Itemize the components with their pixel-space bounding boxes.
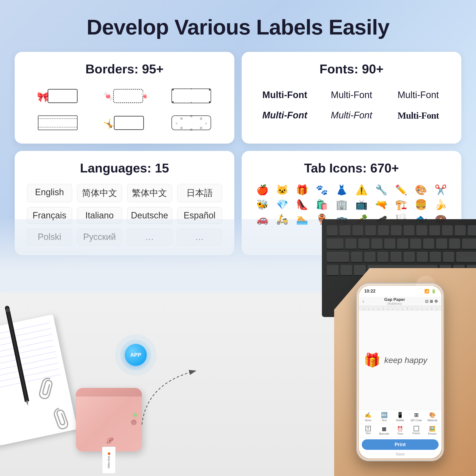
- svg-rect-16: [114, 116, 144, 130]
- svg-point-23: [180, 127, 183, 129]
- svg-rect-12: [38, 116, 77, 130]
- main-title: Develop Various Labels Easily: [0, 0, 476, 52]
- icons-grid: 🍎 🐱 🎁 🐾 👗 ⚠️ 🔧 ✏️ 🎨 ✂️ 🐝 💎 👠 🛍️ 🏢 📺 🔫 🏗️…: [254, 184, 449, 225]
- svg-rect-5: [172, 89, 211, 103]
- font-item-4: Multi-Font: [254, 108, 316, 123]
- bottom-section: 𝒫 🎁 keep happy APP: [0, 219, 476, 476]
- tab-icon-5: 👗: [333, 184, 350, 196]
- svg-rect-17: [172, 116, 211, 130]
- borders-title: Borders: 95+: [27, 62, 222, 76]
- tab-icon-4: 🐾: [313, 184, 330, 196]
- svg-rect-1: [48, 89, 77, 103]
- languages-title: Languages: 15: [27, 161, 222, 175]
- border-item-2: 🍬 🍬: [94, 85, 155, 107]
- borders-card: Borders: 95+ 🎀 🍬 🍬: [15, 52, 234, 144]
- tab-icon-12: 💎: [274, 199, 290, 210]
- svg-text:🍬: 🍬: [140, 91, 147, 101]
- svg-point-22: [205, 122, 207, 124]
- svg-point-6: [172, 89, 174, 90]
- svg-text:🎀: 🎀: [37, 91, 49, 103]
- save-label[interactable]: Save: [359, 451, 442, 459]
- svg-point-18: [180, 118, 183, 120]
- svg-point-19: [190, 115, 192, 118]
- border-item-4: [27, 112, 89, 134]
- lang-japanese: 日本語: [177, 184, 222, 202]
- border-item-1: 🎀: [27, 85, 89, 107]
- photo-background: 𝒫 🎁 keep happy APP: [0, 219, 476, 476]
- tab-icon-3: 🎁: [293, 184, 310, 196]
- tab-icon-19: 🍔: [412, 199, 429, 210]
- svg-point-24: [190, 128, 192, 131]
- fonts-card: Fonts: 90+ Multi-Font Multi-Font Multi-F…: [242, 52, 461, 144]
- svg-point-9: [209, 101, 210, 103]
- print-button[interactable]: Print: [362, 439, 439, 450]
- tab-icon-15: 🏢: [333, 199, 350, 210]
- tool-time[interactable]: ⏰ Time: [392, 426, 408, 435]
- tool-mobile[interactable]: 📱 Mobile: [392, 412, 408, 422]
- tab-icon-14: 🛍️: [313, 199, 330, 210]
- tab-icon-8: ✏️: [392, 184, 409, 196]
- borders-grid: 🎀 🍬 🍬: [27, 85, 222, 134]
- tab-icon-2: 🐱: [274, 184, 290, 196]
- svg-text:🤸: 🤸: [103, 119, 115, 130]
- tab-icon-18: 🏗️: [392, 199, 409, 210]
- tool-qrcode[interactable]: ⊞ QR Code: [408, 412, 425, 422]
- font-item-3: Multi-Font: [387, 87, 449, 103]
- lang-english: English: [27, 184, 72, 202]
- svg-rect-3: [114, 89, 143, 103]
- font-item-5: Multi-Font: [321, 108, 383, 123]
- tab-icon-11: 🐝: [254, 199, 271, 210]
- canvas-gift-icon: 🎁: [364, 352, 381, 368]
- font-item-1: Multi-Font: [254, 87, 316, 103]
- tool-picture[interactable]: 🖼️ Picture: [424, 426, 440, 435]
- lang-simplified-chinese: 简体中文: [77, 184, 122, 202]
- tab-icon-7: 🔧: [373, 184, 390, 196]
- icons-title: Tab Icons: 670+: [254, 161, 449, 175]
- fonts-title: Fonts: 90+: [254, 62, 449, 76]
- svg-point-25: [200, 127, 202, 129]
- tab-icon-17: 🔫: [373, 199, 390, 210]
- tab-icon-20: 🍌: [432, 199, 449, 210]
- svg-point-11: [191, 102, 192, 103]
- lang-traditional-chinese: 繁体中文: [127, 184, 172, 202]
- svg-point-7: [209, 89, 210, 90]
- tab-icon-9: 🎨: [412, 184, 429, 196]
- svg-point-21: [176, 122, 178, 124]
- font-item-6: Multi-Font: [387, 108, 449, 123]
- tab-icon-1: 🍎: [254, 184, 271, 196]
- svg-point-20: [200, 118, 202, 120]
- tab-icon-6: ⚠️: [353, 184, 370, 196]
- svg-point-10: [191, 88, 192, 89]
- app-bubble: APP: [125, 344, 147, 366]
- border-item-5: 🤸: [94, 112, 155, 134]
- svg-text:🍬: 🍬: [103, 91, 114, 101]
- tool-material[interactable]: 🎨 Material: [424, 412, 440, 422]
- canvas-text: keep happy: [384, 356, 427, 365]
- tool-none[interactable]: ✍️ None: [360, 412, 376, 422]
- smartphone: 10:22 📶 🔋 ‹ Gap Paper (Roll/6mm): [356, 283, 444, 461]
- tool-barcode[interactable]: ▦ Barcode: [376, 426, 392, 435]
- fonts-grid: Multi-Font Multi-Font Multi-Font Multi-F…: [254, 85, 449, 126]
- tab-icon-16: 📺: [353, 199, 370, 210]
- label-printer: 𝒫 🎁 keep happy: [76, 388, 142, 452]
- tool-text2[interactable]: T Text: [360, 426, 376, 435]
- tab-icon-10: ✂️: [432, 184, 449, 196]
- svg-point-8: [172, 101, 174, 103]
- tool-frame[interactable]: Frame: [408, 426, 425, 435]
- font-item-2: Multi-Font: [321, 87, 383, 103]
- border-item-3: [160, 85, 222, 107]
- tab-icon-13: 👠: [293, 199, 310, 210]
- border-item-6: [160, 112, 222, 134]
- tool-text[interactable]: 🔤 Text: [376, 412, 392, 422]
